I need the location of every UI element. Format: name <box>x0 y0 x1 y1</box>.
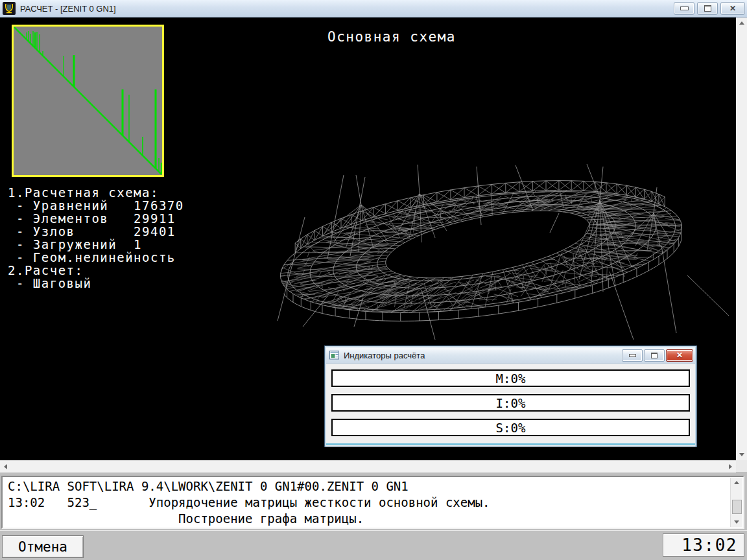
restore-icon <box>704 5 711 12</box>
dialog-restore-button[interactable] <box>644 349 665 362</box>
stiffness-matrix-plot <box>14 27 162 175</box>
titlebar[interactable]: РАСЧЕТ - [ZENIT 0 GN1] ✕ <box>0 0 747 18</box>
indicators-dialog-icon <box>329 351 340 360</box>
scroll-right-button[interactable] <box>725 461 736 472</box>
minimize-icon <box>680 6 689 10</box>
info-line: - Геом.нелинейность <box>8 251 184 264</box>
arrow-down-icon <box>739 453 744 456</box>
progress-bar-s: S:0% <box>331 419 690 436</box>
scene-title: Основная схема <box>327 29 456 45</box>
arrow-down-icon <box>734 520 739 524</box>
dialog-close-button[interactable]: ✕ <box>666 349 693 362</box>
progress-dialog: Индикаторы расчёта ✕ M:0% I:0% S:0% <box>324 345 697 447</box>
scroll-up-button[interactable] <box>736 18 747 29</box>
log-scroll-up-button[interactable] <box>731 478 742 487</box>
info-line: 2.Расчет: <box>8 264 184 277</box>
info-line: - Уравнений 176370 <box>8 199 184 212</box>
scrollbar-corner <box>736 460 747 472</box>
progress-bar-m: M:0% <box>331 369 690 387</box>
dialog-title: Индикаторы расчёта <box>344 351 425 360</box>
arrow-up-icon <box>739 21 744 25</box>
arrow-left-icon <box>4 464 7 469</box>
info-line: 1.Расчетная схема: <box>8 186 184 199</box>
cancel-button[interactable]: Отмена <box>2 535 84 558</box>
matrix-preview <box>12 25 164 177</box>
info-line: - Элементов 29911 <box>8 212 184 225</box>
analysis-info: 1.Расчетная схема: - Уравнений 176370 - … <box>8 186 184 290</box>
info-line: - Узлов 29401 <box>8 225 184 238</box>
app-window: РАСЧЕТ - [ZENIT 0 GN1] ✕ Основная схема … <box>0 0 747 560</box>
horizontal-scrollbar[interactable] <box>0 460 736 472</box>
footer-bar: Отмена 13:02 <box>0 530 747 560</box>
dialog-body: M:0% I:0% S:0% <box>326 364 695 447</box>
window-title: РАСЧЕТ - [ZENIT 0 GN1] <box>20 4 116 14</box>
log-scroll-down-button[interactable] <box>731 517 742 527</box>
log-panel: C:\LIRA SOFT\LIRA 9.4\LWORK\ZENIT 0 GN1#… <box>1 476 744 529</box>
restore-icon <box>651 353 658 358</box>
dialog-controls: ✕ <box>621 349 693 362</box>
arrow-up-icon <box>734 481 739 484</box>
vertical-scrollbar[interactable] <box>736 18 747 460</box>
dialog-minimize-button[interactable] <box>622 349 643 362</box>
scroll-left-button[interactable] <box>0 461 11 472</box>
close-icon: ✕ <box>729 5 736 12</box>
log-line: 13:02 523_ Упорядочение матрицы жесткост… <box>8 495 743 511</box>
log-scroll-thumb[interactable] <box>732 500 742 514</box>
progress-bar-i: I:0% <box>331 394 690 412</box>
minimize-icon <box>629 354 636 357</box>
log-line: C:\LIRA SOFT\LIRA 9.4\LWORK\ZENIT 0 GN1#… <box>8 478 743 495</box>
lira-app-icon <box>3 2 16 15</box>
restore-button[interactable] <box>697 2 718 15</box>
dialog-titlebar[interactable]: Индикаторы расчёта ✕ <box>326 347 695 364</box>
log-line: Построение графа матрицы. <box>8 511 743 527</box>
log-text: C:\LIRA SOFT\LIRA 9.4\LWORK\ZENIT 0 GN1#… <box>8 478 743 527</box>
log-scrollbar[interactable] <box>730 478 742 527</box>
minimize-button[interactable] <box>674 2 694 15</box>
clock-display: 13:02 <box>663 533 744 557</box>
info-line: - Загружений 1 <box>8 238 184 251</box>
info-line: - Шаговый <box>8 277 184 290</box>
close-icon: ✕ <box>676 351 683 359</box>
scroll-down-button[interactable] <box>736 449 747 460</box>
arrow-right-icon <box>729 464 732 469</box>
close-button[interactable]: ✕ <box>720 2 745 15</box>
window-controls: ✕ <box>671 2 745 15</box>
